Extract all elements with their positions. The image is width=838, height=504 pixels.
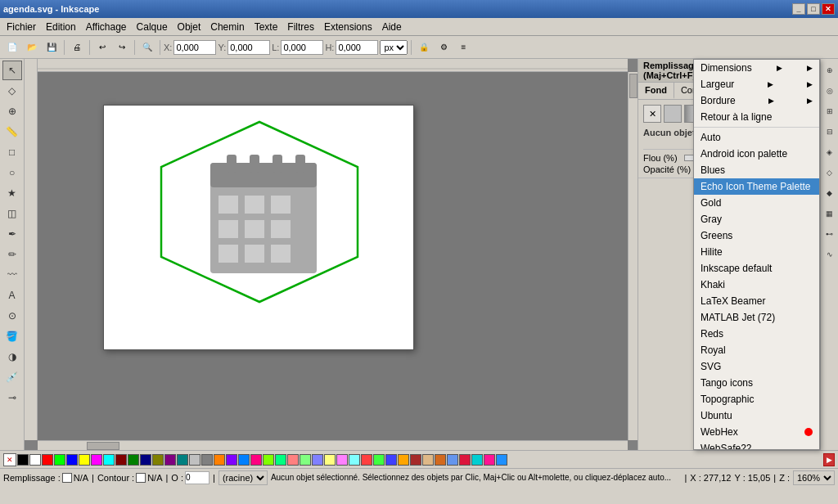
palette-swatch[interactable] [66,454,78,466]
fill-flat-button[interactable] [664,105,682,123]
fill-x-button[interactable]: ✕ [643,105,661,123]
menu-chemin[interactable]: Chemin [205,20,249,34]
palette-swatch[interactable] [312,454,323,466]
dropdown-retour-ligne[interactable]: Retour à la ligne [694,109,819,125]
palette-swatch[interactable] [373,454,385,466]
transform-button[interactable]: ⚙ [435,38,453,56]
select-tool[interactable]: ↖ [2,61,22,80]
gradient-tool[interactable]: ◑ [2,347,22,367]
dropdown-gray[interactable]: Gray [694,211,819,227]
palette-swatch[interactable] [263,454,274,466]
snap-btn-8[interactable]: ▦ [820,204,838,223]
dropdown-reds[interactable]: Reds [694,326,819,342]
align-button[interactable]: ≡ [454,38,472,56]
canvas-area[interactable] [25,59,638,450]
h-input[interactable] [336,40,378,55]
palette-swatch[interactable] [79,454,90,466]
pen-tool[interactable]: ✒ [2,224,22,244]
palette-swatch[interactable] [238,454,250,466]
palette-swatch[interactable] [275,454,286,466]
palette-swatch[interactable] [189,454,200,466]
snap-btn-7[interactable]: ◆ [820,183,838,203]
palette-swatch[interactable] [103,454,115,466]
dropdown-gold[interactable]: Gold [694,195,819,211]
minimize-button[interactable]: _ [792,3,805,15]
palette-swatch[interactable] [91,454,102,466]
dropdown-echo[interactable]: Echo Icon Theme Palette [694,178,819,195]
palette-swatch[interactable] [54,454,65,466]
menu-fichier[interactable]: Fichier [2,20,41,34]
save-button[interactable]: 💾 [43,38,61,56]
palette-swatch[interactable] [29,454,41,466]
y-input[interactable] [228,40,270,55]
dropdown-topographic[interactable]: Topographic [694,391,819,407]
zoom-select[interactable]: 160% 100% 200% [793,470,835,485]
layer-select[interactable]: (racine) [219,470,268,485]
palette-swatch[interactable] [496,454,507,466]
eyedropper-tool[interactable]: 💉 [2,367,22,387]
dropdown-ubuntu[interactable]: Ubuntu [694,407,819,424]
dropdown-hilite[interactable]: Hilite [694,244,819,260]
palette-none-button[interactable]: ✕ [3,453,16,466]
snap-btn-6[interactable]: ◇ [820,163,838,182]
print-button[interactable]: 🖨 [68,38,86,56]
text-tool[interactable]: A [2,286,22,305]
dropdown-webhex[interactable]: WebHex [694,424,819,440]
dropdown-khaki[interactable]: Khaki [694,277,819,293]
x-input[interactable] [173,40,216,55]
canvas-inner[interactable] [38,72,628,440]
node-tool[interactable]: ◇ [2,81,22,101]
menu-filtres[interactable]: Filtres [282,20,319,34]
l-input[interactable] [281,40,323,55]
palette-swatch[interactable] [177,454,188,466]
star-tool[interactable]: ★ [2,183,22,203]
undo-button[interactable]: ↩ [93,38,111,56]
palette-swatch[interactable] [336,454,348,466]
zoom-in-button[interactable]: 🔍 [138,38,156,56]
palette-swatch[interactable] [398,454,409,466]
palette-swatch[interactable] [447,454,458,466]
canvas-document[interactable] [103,105,414,350]
maximize-button[interactable]: □ [807,3,820,15]
bucket-tool[interactable]: 🪣 [2,326,22,346]
horizontal-scrollbar[interactable] [38,440,628,450]
palette-swatch[interactable] [214,454,225,466]
pencil-tool[interactable]: ✏ [2,245,22,264]
dropdown-bordure[interactable]: Bordure▶ [694,92,819,109]
palette-swatch[interactable] [349,454,360,466]
palette-swatch[interactable] [459,454,471,466]
menu-calque[interactable]: Calque [132,20,173,34]
palette-swatch[interactable] [484,454,495,466]
dropdown-royal[interactable]: Royal [694,342,819,358]
unit-select[interactable]: px [380,40,408,55]
snap-btn-10[interactable]: ∿ [820,245,838,264]
menu-edition[interactable]: Edition [41,20,81,34]
close-button[interactable]: ✕ [822,3,835,15]
zoom-tool[interactable]: ⊕ [2,101,22,121]
open-button[interactable]: 📂 [23,38,41,56]
snap-btn-1[interactable]: ⊕ [820,61,838,80]
palette-swatch[interactable] [226,454,237,466]
palette-swatch[interactable] [115,454,127,466]
palette-swatch[interactable] [435,454,446,466]
connector-tool[interactable]: ⊸ [2,388,22,407]
palette-swatch[interactable] [164,454,176,466]
palette-swatch[interactable] [250,454,262,466]
window-controls[interactable]: _ □ ✕ [792,3,835,15]
palette-swatch[interactable] [17,454,29,466]
circle-tool[interactable]: ○ [2,163,22,182]
palette-swatch[interactable] [410,454,421,466]
snap-btn-3[interactable]: ⊞ [820,101,838,121]
dropdown-dimensions[interactable]: Dimensions▶ [694,60,819,76]
tab-fond[interactable]: Fond [638,83,674,99]
palette-swatch[interactable] [300,454,311,466]
spray-tool[interactable]: ⊙ [2,306,22,326]
palette-swatch[interactable] [42,454,53,466]
measure-tool[interactable]: 📏 [2,122,22,142]
palette-swatch[interactable] [140,454,151,466]
palette-swatch[interactable] [471,454,483,466]
dropdown-inkscape-default[interactable]: Inkscape default [694,260,819,277]
palette-swatch[interactable] [152,454,164,466]
rect-tool[interactable]: □ [2,142,22,162]
snap-btn-4[interactable]: ⊟ [820,122,838,142]
